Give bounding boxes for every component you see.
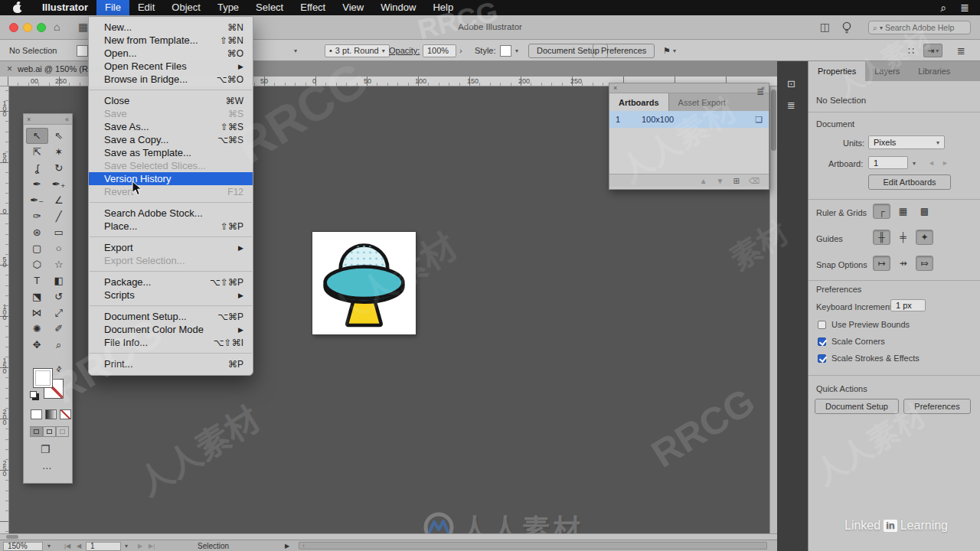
- menu-item[interactable]: Document Color Mode ▶: [89, 323, 253, 336]
- prev-artboard-icon[interactable]: ◄: [928, 159, 935, 167]
- opacity-label[interactable]: Opacity:: [389, 40, 420, 61]
- menubar-item[interactable]: Type: [209, 0, 247, 15]
- menubar-item[interactable]: Illustrator: [34, 0, 96, 15]
- menubar-item[interactable]: Effect: [292, 0, 334, 15]
- next-artboard-icon[interactable]: ▶: [138, 540, 142, 551]
- panel-tab[interactable]: Libraries: [909, 61, 959, 81]
- show-grid-icon[interactable]: ▦: [894, 204, 912, 219]
- group-selection-tool[interactable]: ⇱: [26, 144, 48, 160]
- zoom-tool[interactable]: ⌕: [48, 337, 70, 353]
- anchor-point-tool[interactable]: ∠: [48, 192, 70, 208]
- delete-anchor-point-tool[interactable]: ✒₋: [26, 192, 48, 208]
- draw-behind-mode[interactable]: [43, 426, 56, 437]
- artboard-page-icon[interactable]: ❏: [755, 115, 763, 125]
- menu-item[interactable]: File Info... ⌥⇧⌘I: [89, 336, 253, 349]
- control-center-icon[interactable]: ≣: [960, 2, 969, 14]
- fill-stroke-control[interactable]: ⇄: [33, 368, 67, 402]
- vertical-scrollbar[interactable]: [769, 86, 777, 533]
- symbol-sprayer-tool[interactable]: ✺: [26, 321, 48, 337]
- lock-guides-icon[interactable]: ╪: [894, 230, 912, 245]
- artboard-select[interactable]: 1: [868, 156, 908, 169]
- scrollbar-thumb[interactable]: [771, 90, 776, 151]
- menu-item[interactable]: Search Adobe Stock...: [89, 207, 253, 220]
- menubar-item[interactable]: Edit: [129, 0, 163, 15]
- type-tool[interactable]: T: [26, 272, 48, 289]
- menu-item[interactable]: Revert F12: [89, 185, 253, 198]
- align-panel-icon[interactable]: ≣: [787, 99, 795, 111]
- eyedropper-tool[interactable]: ✐: [48, 321, 70, 337]
- color-button[interactable]: [31, 409, 42, 419]
- menu-item[interactable]: Package... ⌥⇧⌘P: [89, 276, 253, 289]
- paintbrush-tool[interactable]: ⊛: [26, 224, 48, 240]
- panel-tab[interactable]: Asset Export: [669, 93, 735, 111]
- units-dropdown[interactable]: Pixels ▾: [868, 135, 945, 149]
- snap-to-pixel-icon[interactable]: ⤇: [916, 256, 933, 271]
- prev-artboard-icon[interactable]: ◀: [77, 540, 81, 551]
- chevron-down-icon[interactable]: ▾: [47, 540, 51, 551]
- chevron-down-icon[interactable]: ▾: [515, 40, 518, 61]
- rotate-view-tool[interactable]: ↻: [48, 160, 70, 176]
- pen-tool[interactable]: ✒: [26, 176, 48, 192]
- menu-item[interactable]: Export Selection...: [89, 254, 253, 267]
- search-icon[interactable]: ⌕: [940, 2, 946, 15]
- checkbox-row[interactable]: Scale Strokes & Effects: [818, 354, 920, 363]
- star-tool[interactable]: ☆: [48, 256, 70, 272]
- polygon-tool[interactable]: ⬡: [26, 256, 48, 272]
- edit-artboards-button[interactable]: Edit Artboards: [868, 174, 951, 190]
- selection-flag-icon[interactable]: ⚑: [663, 46, 671, 56]
- hand-tool[interactable]: ✥: [26, 337, 48, 353]
- last-artboard-icon[interactable]: ▶|: [149, 540, 155, 551]
- direct-selection-tool[interactable]: ⇖: [48, 128, 70, 144]
- menu-item[interactable]: Place... ⇧⌘P: [89, 220, 253, 233]
- rectangle-tool[interactable]: ▭: [48, 224, 70, 240]
- new-artboard-icon[interactable]: ⊞: [733, 177, 739, 185]
- scale-corners-checkbox[interactable]: [818, 337, 826, 346]
- menubar-item[interactable]: Window: [372, 0, 424, 15]
- arrange-documents-icon[interactable]: ◫: [820, 21, 830, 33]
- fill-color-swatch[interactable]: [33, 368, 53, 388]
- menu-item[interactable]: Save As... ⇧⌘S: [89, 120, 253, 133]
- checkbox-row[interactable]: Use Preview Bounds: [818, 320, 910, 329]
- menubar-item[interactable]: Help: [424, 0, 462, 15]
- show-transparency-grid-icon[interactable]: ▩: [916, 204, 933, 219]
- snap-to-grid-icon[interactable]: ⇸: [894, 256, 912, 271]
- rounded-rectangle-tool[interactable]: ▢: [26, 240, 48, 256]
- checkbox-row[interactable]: Scale Corners: [818, 337, 885, 346]
- show-guides-icon[interactable]: ╫: [873, 230, 890, 245]
- line-segment-tool[interactable]: ╱: [48, 208, 70, 224]
- panel-tab[interactable]: Layers: [865, 61, 909, 81]
- transform-panel-icon[interactable]: ⊡: [787, 78, 795, 90]
- panel-tab[interactable]: Properties: [808, 61, 865, 81]
- shape-builder-tool[interactable]: ⬔: [26, 289, 48, 305]
- edit-toolbar-icon[interactable]: ⋯: [42, 463, 52, 474]
- menu-item[interactable]: Save ⌘S: [89, 107, 253, 120]
- fill-swatch[interactable]: [77, 45, 88, 57]
- draw-normal-mode[interactable]: [30, 426, 43, 437]
- scrollbar-thumb[interactable]: [6, 535, 18, 539]
- screen-mode-icon[interactable]: ❐: [41, 443, 51, 455]
- opacity-spinner-icon[interactable]: ›: [459, 40, 462, 61]
- collapse-panel-icon[interactable]: «: [65, 116, 69, 123]
- none-button[interactable]: [60, 409, 71, 419]
- panel-tab[interactable]: Artboards: [609, 93, 669, 111]
- menu-item[interactable]: Print... ⌘P: [89, 357, 253, 370]
- first-artboard-icon[interactable]: |◀: [64, 540, 70, 551]
- menu-item[interactable]: New... ⌘N: [89, 21, 253, 34]
- menu-item[interactable]: Document Setup... ⌥⌘P: [89, 310, 253, 323]
- menu-item[interactable]: Open... ⌘O: [89, 47, 253, 60]
- lasso-tool[interactable]: ʆ: [26, 160, 48, 176]
- preferences-button[interactable]: Preferences: [903, 399, 971, 414]
- scale-strokes-effects-checkbox[interactable]: [818, 354, 826, 363]
- close-panel-icon[interactable]: ×: [27, 116, 31, 123]
- rotate-tool[interactable]: ↺: [48, 289, 70, 305]
- status-scroll-track[interactable]: ‹: [299, 542, 767, 549]
- gradient-tool[interactable]: ◧: [48, 272, 70, 289]
- touch-workspace-icon[interactable]: ∷: [908, 40, 914, 61]
- status-menu-arrow-icon[interactable]: ▶: [285, 540, 289, 551]
- style-swatch[interactable]: [500, 45, 511, 57]
- menu-item[interactable]: Scripts ▶: [89, 289, 253, 302]
- artboard-name[interactable]: 100x100: [637, 115, 755, 124]
- keyboard-increment-field[interactable]: 1 px: [890, 299, 926, 311]
- close-panel-icon[interactable]: ×: [613, 84, 617, 92]
- draw-inside-mode[interactable]: [56, 426, 69, 437]
